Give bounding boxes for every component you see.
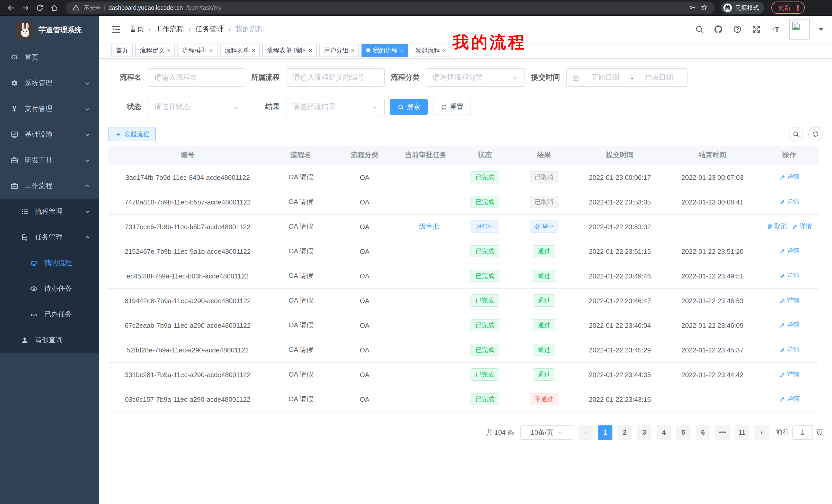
cell-submit-time: 2022-01-22 23:53:35	[575, 190, 665, 214]
close-icon[interactable]: ×	[309, 48, 312, 53]
back-button[interactable]	[5, 2, 17, 13]
tab-item[interactable]: 流程模型×	[178, 44, 217, 57]
tab-item[interactable]: 用户分组×	[319, 44, 359, 57]
reset-button[interactable]: 重置	[433, 99, 471, 115]
detail-action[interactable]: 详情	[779, 296, 799, 305]
search-button[interactable]: 搜索	[390, 99, 428, 115]
sidebar: 芋道管理系统 首页系统管理¥支付管理基础设施研发工具工作流程流程管理任务管理我的…	[0, 16, 99, 504]
detail-action[interactable]: 详情	[779, 321, 799, 330]
tab-item[interactable]: 发起流程×	[411, 44, 450, 57]
sidebar-item-my-process[interactable]: 我的流程	[0, 250, 99, 276]
sidebar-item-todo-tasks[interactable]: 待办任务	[0, 276, 99, 302]
start-process-button[interactable]: ＋ 发起流程	[108, 127, 156, 141]
detail-action[interactable]: 详情	[779, 370, 799, 379]
sidebar-item-done-tasks[interactable]: 已办任务	[0, 302, 99, 327]
sidebar-item-task-management[interactable]: 任务管理	[0, 225, 99, 250]
success-tag: 已完成	[470, 270, 499, 282]
cell-end-time	[665, 387, 760, 412]
tab-item[interactable]: 流程表单-编辑×	[262, 44, 317, 57]
tab-item[interactable]: 流程表单×	[220, 44, 260, 57]
sidebar-item-dev-tools[interactable]: 研发工具	[0, 147, 99, 173]
close-icon[interactable]: ×	[252, 48, 255, 53]
task-link[interactable]: 一级审批	[412, 222, 439, 230]
sidebar-item-system-management[interactable]: 系统管理	[0, 71, 99, 96]
bookmark-star-icon[interactable]	[700, 4, 709, 12]
browser-update-button[interactable]: 更新 ⋮	[771, 2, 805, 14]
status-select[interactable]: 请选择状态	[148, 97, 245, 116]
close-icon[interactable]: ×	[442, 48, 446, 53]
page-button-6[interactable]: 6	[696, 425, 710, 440]
chevron-down-icon	[372, 104, 378, 110]
refresh-table-button[interactable]	[808, 127, 823, 141]
process-definition-input[interactable]: 请输入流程定义的编号	[286, 68, 385, 87]
next-page-button[interactable]: ›	[754, 425, 769, 440]
reload-button[interactable]	[34, 2, 45, 13]
sidebar-item-payment-management[interactable]: ¥支付管理	[0, 96, 99, 122]
cell-actions: 详情	[760, 288, 818, 313]
github-icon[interactable]	[713, 24, 724, 34]
cell-current-task	[395, 263, 457, 288]
sidebar-item-workflow[interactable]: 工作流程	[0, 173, 99, 199]
table-row: 03c6c157-7b9a-11ec-a290-acde48001122OA 请…	[108, 387, 818, 412]
app-logo-row[interactable]: 芋道管理系统	[0, 16, 99, 45]
detail-action[interactable]: 详情	[779, 272, 799, 280]
sidebar-item-infrastructure[interactable]: 基础设施	[0, 122, 99, 147]
toggle-search-button[interactable]	[789, 127, 803, 141]
hamburger-icon[interactable]	[111, 24, 121, 34]
detail-action[interactable]: 详情	[779, 395, 799, 403]
warning-icon[interactable]	[72, 4, 80, 12]
page-button-2[interactable]: 2	[618, 425, 632, 440]
browser-menu-icon[interactable]: ⋮	[795, 4, 801, 11]
cell-result: 已取消	[513, 165, 575, 190]
sidebar-item-process-management[interactable]: 流程管理	[0, 199, 99, 225]
cancel-action[interactable]: 取消	[767, 222, 787, 231]
page-button-11[interactable]: 11	[735, 425, 749, 440]
table-row: ec45f38f-7b9a-11ec-b03b-acde48001122OA 请…	[108, 263, 818, 288]
page-button-1[interactable]: 1	[598, 425, 613, 440]
breadcrumb-item-workflow[interactable]: 工作流程	[155, 25, 184, 34]
detail-action[interactable]: 详情	[779, 247, 799, 256]
tree-icon	[21, 233, 29, 242]
sidebar-item-leave-query[interactable]: 请假查询	[0, 327, 99, 353]
breadcrumb-item-home[interactable]: 首页	[130, 25, 144, 34]
chevron-down-icon[interactable]	[818, 28, 824, 31]
help-icon[interactable]	[732, 24, 743, 34]
tab-item[interactable]: 首页	[111, 44, 133, 57]
fullscreen-icon[interactable]	[751, 24, 761, 34]
more-pages-button[interactable]: •••	[715, 425, 730, 440]
page-button-4[interactable]: 4	[657, 425, 671, 440]
process-name-input[interactable]: 请输入流程名	[148, 68, 245, 87]
tab-item[interactable]: 我的流程×	[362, 44, 408, 57]
goto-page-input[interactable]: 1	[792, 425, 813, 440]
page-button-5[interactable]: 5	[676, 425, 691, 440]
cell-submit-time: 2022-01-22 23:49:46	[575, 263, 665, 288]
sidebar-item-home[interactable]: 首页	[0, 45, 99, 71]
page-size-select[interactable]: 10条/页	[520, 425, 573, 440]
page-button-3[interactable]: 3	[637, 425, 651, 440]
address-bar[interactable]: 不安全 dashboard.yudao.iocoder.cn/bpm/task/…	[66, 2, 715, 14]
search-icon	[792, 131, 800, 138]
detail-action[interactable]: 详情	[779, 173, 799, 181]
password-key-icon[interactable]	[688, 4, 697, 12]
process-category-select[interactable]: 请选择流程分类	[426, 68, 525, 87]
breadcrumb-item-task-management[interactable]: 任务管理	[196, 25, 224, 34]
close-icon[interactable]: ×	[167, 48, 171, 53]
avatar[interactable]	[789, 19, 810, 39]
font-size-icon[interactable]: TT	[770, 24, 781, 34]
close-icon[interactable]: ×	[210, 48, 213, 53]
search-icon[interactable]	[694, 24, 704, 34]
tab-item[interactable]: 流程定义×	[135, 44, 175, 57]
cell-process-name: OA 请假	[267, 387, 334, 412]
forward-button[interactable]	[20, 2, 31, 13]
cell-current-task	[395, 313, 457, 338]
search-icon	[397, 104, 404, 110]
detail-action[interactable]: 详情	[779, 345, 799, 354]
close-icon[interactable]: ×	[400, 48, 404, 53]
detail-action[interactable]: 详情	[792, 222, 812, 231]
detail-action[interactable]: 详情	[779, 198, 799, 206]
submit-time-daterange[interactable]: 开始日期 - 结束日期	[566, 68, 687, 87]
close-icon[interactable]: ×	[351, 48, 355, 53]
prev-page-button[interactable]: ‹	[578, 425, 593, 440]
home-button[interactable]	[48, 2, 60, 13]
result-select[interactable]: 请选择流结果	[286, 97, 385, 116]
